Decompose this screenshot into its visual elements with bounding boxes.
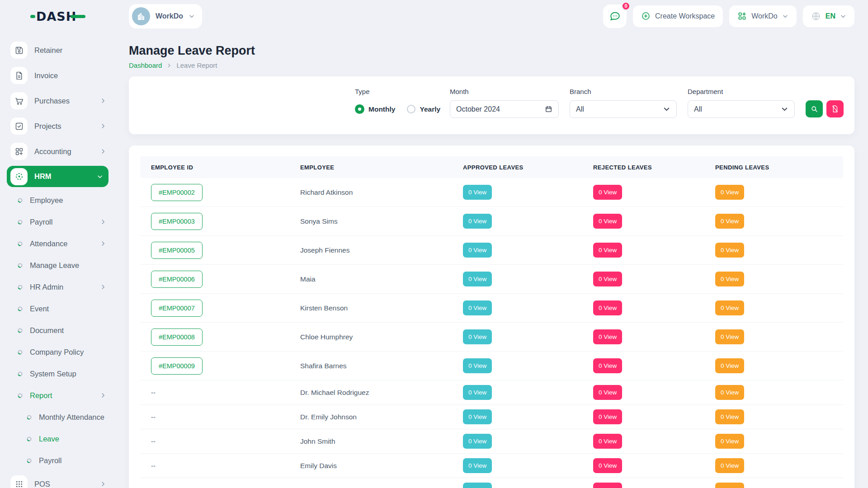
rejected-leaves-view-badge[interactable]: 0 View [593, 358, 622, 373]
rejected-leaves-view-badge[interactable]: 0 View [593, 409, 622, 424]
approved-leaves-view-badge[interactable]: 0 View [463, 243, 492, 258]
type-option-monthly[interactable]: Monthly [355, 104, 395, 114]
employee-id-badge[interactable]: #EMP00003 [151, 213, 203, 230]
rejected-leaves-view-badge[interactable]: 0 View [593, 385, 622, 400]
employee-id-badge[interactable]: #EMP00008 [151, 328, 203, 346]
employee-id-badge[interactable]: #EMP00007 [151, 300, 203, 317]
type-option-yearly[interactable]: Yearly [407, 105, 440, 113]
create-workspace-button[interactable]: Create Workspace [633, 5, 723, 27]
sidebar-item-document[interactable]: Document [0, 319, 115, 341]
pending-leaves-view-badge[interactable]: 0 View [715, 385, 744, 400]
month-input[interactable]: October 2024 [450, 100, 559, 118]
pending-leaves-view-badge[interactable]: 0 View [715, 243, 744, 258]
employee-name: Kirsten Benson [300, 304, 463, 312]
pending-leaves-view-badge[interactable]: 0 View [715, 300, 744, 315]
breadcrumb-dashboard-link[interactable]: Dashboard [129, 61, 162, 69]
language-label: EN [826, 12, 835, 20]
pending-leaves-view-badge[interactable]: 0 View [715, 214, 744, 229]
employee-id-badge[interactable]: #EMP00006 [151, 271, 203, 288]
department-select[interactable]: All [688, 100, 795, 118]
sidebar-item-accounting[interactable]: Accounting [0, 139, 115, 164]
app-menu-button[interactable]: WorkDo [729, 5, 797, 27]
bullet-donut-icon [26, 458, 32, 464]
column-header-pending-leaves: PENDING LEAVES [715, 164, 832, 171]
rejected-leaves-view-badge[interactable]: 0 View [593, 434, 622, 449]
rejected-leaves-view-badge[interactable]: 0 View [593, 272, 622, 286]
sidebar-item-label: System Setup [30, 370, 76, 378]
sidebar-item-payroll[interactable]: Payroll [0, 211, 115, 233]
pending-leaves-view-badge[interactable]: 0 View [715, 329, 744, 344]
sidebar-item-system-setup[interactable]: System Setup [0, 363, 115, 385]
leave-report-table-card: EMPLOYEE ID EMPLOYEE APPROVED LEAVES REJ… [129, 145, 854, 488]
employee-id-badge[interactable]: #EMP00005 [151, 242, 203, 259]
rejected-leaves-view-badge[interactable]: 0 View [593, 214, 622, 229]
employee-id-badge[interactable]: #EMP00009 [151, 357, 203, 375]
task-check-icon [10, 117, 28, 135]
rejected-leaves-view-badge[interactable]: 0 View [593, 458, 622, 473]
workspace-avatar [132, 7, 150, 25]
sidebar-item-company-policy[interactable]: Company Policy [0, 341, 115, 363]
chevron-down-icon [663, 105, 670, 113]
pending-leaves-view-badge[interactable]: 0 View [715, 358, 744, 373]
employee-name: Sonya Sims [300, 217, 463, 225]
approved-leaves-view-badge[interactable]: 0 View [463, 483, 492, 488]
sidebar-item-retainer[interactable]: Retainer [0, 38, 115, 63]
rejected-leaves-view-badge[interactable]: 0 View [593, 243, 622, 258]
rejected-leaves-view-badge[interactable]: 0 View [593, 329, 622, 344]
rejected-leaves-view-badge[interactable]: 0 View [593, 185, 622, 200]
chevron-right-icon [100, 481, 106, 487]
employee-id-badge[interactable]: #EMP00002 [151, 184, 203, 201]
sidebar-item-invoice[interactable]: Invoice [0, 63, 115, 88]
sidebar-item-leave[interactable]: Leave [0, 428, 115, 450]
sidebar-item-event[interactable]: Event [0, 298, 115, 319]
pending-leaves-view-badge[interactable]: 0 View [715, 185, 744, 200]
sidebar-item-report[interactable]: Report [0, 385, 115, 406]
table-body: #EMP00002Richard Atkinson0 View0 View0 V… [140, 178, 843, 488]
grid-plus-icon [737, 11, 747, 21]
approved-leaves-view-badge[interactable]: 0 View [463, 409, 492, 424]
pending-leaves-view-badge[interactable]: 0 View [715, 483, 744, 488]
radio-unchecked-icon [407, 105, 415, 113]
sidebar-item-purchases[interactable]: Purchases [0, 88, 115, 113]
approved-leaves-view-badge[interactable]: 0 View [463, 385, 492, 400]
sidebar-item-monthly-attendance[interactable]: Monthly Attendance [0, 406, 115, 428]
workspace-switcher[interactable]: WorkDo [129, 4, 202, 28]
sidebar-item-label: Purchases [34, 97, 70, 105]
sidebar-item-pos[interactable]: POS [0, 471, 115, 488]
rejected-leaves-view-badge[interactable]: 0 View [593, 300, 622, 315]
sidebar-item-hr-admin[interactable]: HR Admin [0, 276, 115, 298]
type-filter-label: Type [355, 87, 439, 96]
sidebar-item-attendance[interactable]: Attendance [0, 233, 115, 254]
approved-leaves-view-badge[interactable]: 0 View [463, 358, 492, 373]
employee-id-empty: -- [151, 437, 300, 445]
messages-button[interactable]: 0 [603, 5, 627, 28]
approved-leaves-view-badge[interactable]: 0 View [463, 329, 492, 344]
sidebar-item-hrm[interactable]: HRM [7, 166, 108, 187]
chevron-down-icon [781, 105, 788, 113]
approved-leaves-view-badge[interactable]: 0 View [463, 272, 492, 286]
search-button[interactable] [806, 100, 823, 117]
branch-select[interactable]: All [570, 100, 677, 118]
approved-leaves-view-badge[interactable]: 0 View [463, 300, 492, 315]
approved-leaves-view-badge[interactable]: 0 View [463, 458, 492, 473]
employee-name: Richard Atkinson [300, 188, 463, 197]
employee-name: Shafira Barnes [300, 362, 463, 370]
sidebar-item-projects[interactable]: Projects [0, 113, 115, 139]
sidebar-item-manage-leave[interactable]: Manage Leave [0, 254, 115, 276]
rejected-leaves-view-badge[interactable]: 0 View [593, 483, 622, 488]
approved-leaves-view-badge[interactable]: 0 View [463, 214, 492, 229]
language-selector[interactable]: EN [803, 5, 854, 27]
reset-icon [831, 105, 839, 113]
pending-leaves-view-badge[interactable]: 0 View [715, 409, 744, 424]
pending-leaves-view-badge[interactable]: 0 View [715, 458, 744, 473]
pending-leaves-view-badge[interactable]: 0 View [715, 272, 744, 286]
reset-button[interactable] [826, 100, 844, 117]
sidebar-item-payroll[interactable]: Payroll [0, 450, 115, 471]
pending-leaves-view-badge[interactable]: 0 View [715, 434, 744, 449]
breadcrumb-current: Leave Report [176, 61, 217, 69]
approved-leaves-view-badge[interactable]: 0 View [463, 434, 492, 449]
approved-leaves-view-badge[interactable]: 0 View [463, 185, 492, 200]
sidebar-item-employee[interactable]: Employee [0, 189, 115, 211]
sidebar-item-label: Payroll [39, 456, 61, 465]
chevron-right-icon [100, 219, 106, 225]
